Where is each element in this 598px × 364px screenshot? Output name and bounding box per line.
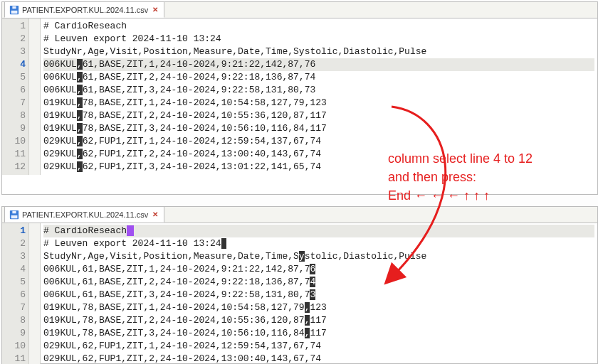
editor-pane-top: PATIENT.EXPORT.KUL.2024.11.csv ✕ 1234567… — [1, 1, 598, 195]
close-icon[interactable]: ✕ — [151, 210, 159, 219]
svg-rect-1 — [11, 10, 18, 13]
tab-file[interactable]: PATIENT.EXPORT.KUL.2024.11.csv ✕ — [4, 206, 164, 223]
line-number: 8 — [4, 314, 26, 327]
code-line[interactable]: 029KUL,62,FUP1,ZIT,2,24-10-2024,13:00:40… — [43, 148, 594, 161]
code-line[interactable]: 006KUL,61,BASE,ZIT,2,24-10-2024,9:22:18,… — [43, 71, 594, 84]
line-number: 8 — [4, 109, 26, 122]
line-number: 5 — [4, 276, 26, 289]
code-line[interactable]: 006KUL,61,BASE,ZIT,2,24-10-2024,9:22:18,… — [43, 276, 594, 289]
code-line[interactable]: 006KUL,61,BASE,ZIT,3,24-10-2024,9:22:58,… — [43, 289, 594, 301]
line-number: 1 — [4, 20, 26, 33]
close-icon[interactable]: ✕ — [151, 6, 159, 14]
column-selection: , — [77, 59, 83, 70]
code-area[interactable]: # CardioReseach# Leuven export 2024-11-1… — [41, 18, 597, 175]
line-gutter: 123456789101112 — [2, 18, 29, 175]
fold-margin — [29, 223, 41, 364]
line-number: 1 — [4, 225, 26, 237]
column-selection: , — [77, 72, 83, 82]
line-number: 3 — [4, 46, 26, 58]
column-selection: , — [77, 110, 83, 121]
tab-bar: PATIENT.EXPORT.KUL.2024.11.csv ✕ — [2, 207, 597, 223]
line-number: 3 — [4, 250, 26, 263]
line-number: 2 — [4, 237, 26, 250]
column-selection — [127, 225, 134, 236]
line-number: 9 — [4, 122, 26, 135]
line-number: 6 — [4, 289, 26, 301]
column-selection: , — [77, 97, 83, 108]
code-line[interactable]: 006KUL,61,BASE,ZIT,1,24-10-2024,9:21:22,… — [43, 263, 594, 276]
code-line[interactable]: 019KUL,78,BASE,ZIT,1,24-10-2024,10:54:58… — [43, 301, 594, 314]
column-selection: 4 — [310, 277, 315, 287]
line-number: 4 — [4, 58, 26, 71]
column-selection: 6 — [310, 264, 315, 274]
code-line[interactable]: StudyNr,Age,Visit,Position,Measure,Date,… — [43, 250, 594, 263]
column-selection: 3 — [310, 289, 315, 300]
code-line[interactable]: 029KUL,62,FUP1,ZIT,2,24-10-2024,13:00:40… — [43, 353, 594, 364]
svg-rect-4 — [11, 215, 18, 218]
editor-pane-bottom: PATIENT.EXPORT.KUL.2024.11.csv ✕ 1234567… — [1, 206, 598, 364]
editor-area-bottom[interactable]: 123456789101112 # CardioReseach # Leuven… — [2, 223, 597, 364]
column-selection: y — [299, 251, 305, 262]
code-line[interactable]: 006KUL,61,BASE,ZIT,3,24-10-2024,9:22:58,… — [43, 84, 594, 97]
tab-file[interactable]: PATIENT.EXPORT.KUL.2024.11.csv ✕ — [4, 1, 164, 18]
line-number: 11 — [4, 148, 26, 161]
code-line[interactable]: 029KUL,62,FUP1,ZIT,1,24-10-2024,12:59:54… — [43, 135, 594, 148]
code-line[interactable]: # CardioReseach — [43, 225, 594, 237]
line-number: 10 — [4, 135, 26, 148]
code-line[interactable]: 006KUL,61,BASE,ZIT,1,24-10-2024,9:21:22,… — [43, 58, 594, 71]
line-number: 7 — [4, 301, 26, 314]
fold-margin — [29, 18, 41, 175]
line-number: 12 — [4, 161, 26, 173]
column-selection: , — [77, 136, 83, 146]
column-selection: , — [305, 302, 310, 313]
save-icon — [9, 5, 19, 15]
code-line[interactable]: StudyNr,Age,Visit,Position,Measure,Date,… — [43, 46, 594, 58]
column-selection: , — [77, 161, 83, 172]
code-line[interactable]: 019KUL,78,BASE,ZIT,2,24-10-2024,10:55:36… — [43, 109, 594, 122]
save-icon — [9, 210, 19, 220]
tab-bar: PATIENT.EXPORT.KUL.2024.11.csv ✕ — [2, 2, 597, 18]
code-line[interactable]: # Leuven export 2024-11-10 13:24 — [43, 237, 594, 250]
line-number: 7 — [4, 97, 26, 109]
tab-title: PATIENT.EXPORT.KUL.2024.11.csv — [22, 210, 148, 219]
line-number: 2 — [4, 33, 26, 46]
line-number: 4 — [4, 263, 26, 276]
svg-rect-5 — [12, 210, 16, 213]
code-line[interactable]: 029KUL,62,FUP1,ZIT,3,24-10-2024,13:01:22… — [43, 161, 594, 173]
line-number: 5 — [4, 71, 26, 84]
line-number: 9 — [4, 327, 26, 340]
code-line[interactable]: 019KUL,78,BASE,ZIT,3,24-10-2024,10:56:10… — [43, 122, 594, 135]
column-selection: , — [305, 315, 310, 326]
line-number: 10 — [4, 340, 26, 353]
code-line[interactable]: 029KUL,62,FUP1,ZIT,1,24-10-2024,12:59:54… — [43, 340, 594, 353]
editor-area-top[interactable]: 123456789101112 # CardioReseach# Leuven … — [2, 18, 597, 175]
code-line[interactable]: 019KUL,78,BASE,ZIT,3,24-10-2024,10:56:10… — [43, 327, 594, 340]
line-number: 6 — [4, 84, 26, 97]
code-line[interactable]: 019KUL,78,BASE,ZIT,2,24-10-2024,10:55:36… — [43, 314, 594, 327]
code-line[interactable]: # Leuven export 2024-11-10 13:24 — [43, 33, 594, 46]
svg-rect-2 — [12, 6, 16, 9]
column-selection: , — [77, 149, 83, 159]
code-area[interactable]: # CardioReseach # Leuven export 2024-11-… — [41, 223, 597, 364]
column-selection: , — [305, 328, 310, 338]
line-number: 11 — [4, 353, 26, 364]
column-selection: , — [77, 85, 83, 95]
column-selection: , — [77, 123, 83, 134]
column-selection — [221, 238, 227, 249]
code-line[interactable]: 019KUL,78,BASE,ZIT,1,24-10-2024,10:54:58… — [43, 97, 594, 109]
code-line[interactable]: # CardioReseach — [43, 20, 594, 33]
tab-title: PATIENT.EXPORT.KUL.2024.11.csv — [22, 6, 148, 14]
line-gutter: 123456789101112 — [2, 223, 29, 364]
